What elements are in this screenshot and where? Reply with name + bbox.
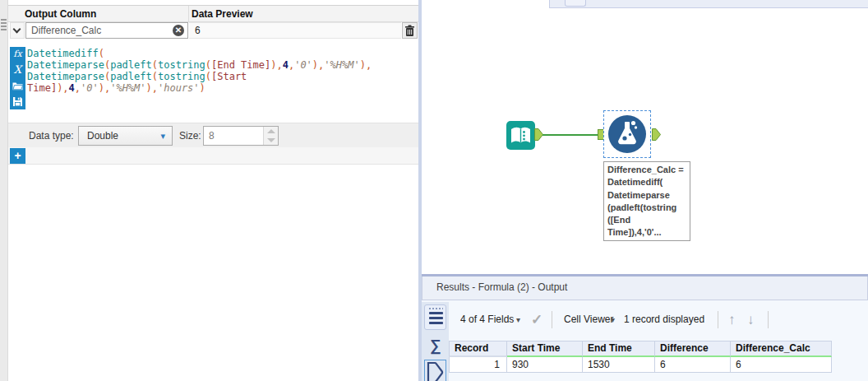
cell[interactable]: 930 bbox=[507, 357, 583, 373]
code-line: Datetimeparse(padleft(tostring([End Time… bbox=[27, 59, 412, 71]
results-title-bar: Results - Formula (2) - Output bbox=[422, 276, 868, 300]
editor-icon-column: fx X bbox=[10, 47, 25, 109]
tool-annotation[interactable]: Difference_Calc =Datetimediff(Datetimepa… bbox=[603, 161, 690, 241]
results-toolbar: 4 of 4 Fields ▾ ✓ Cell Viewer ▾ 1 record… bbox=[449, 302, 868, 337]
data-type-label: Data type: bbox=[29, 130, 74, 142]
toolbar-separator bbox=[718, 311, 718, 328]
trash-icon bbox=[404, 25, 415, 37]
spin-down-icon bbox=[267, 138, 275, 142]
data-type-row: Data type: Double ▾ Size: 8 bbox=[8, 123, 418, 147]
size-label: Size: bbox=[179, 130, 201, 142]
formula-configuration-panel: Output Column Data Preview Difference_Ca… bbox=[8, 0, 418, 381]
results-table[interactable]: RecordStart TimeEnd TimeDifferenceDiffer… bbox=[449, 341, 832, 373]
data-view-button[interactable] bbox=[424, 360, 446, 381]
record-count-label: 1 record displayed bbox=[624, 302, 704, 337]
annotation-text: Difference_Calc =Datetimediff(Datetimepa… bbox=[607, 164, 686, 239]
delete-expression-button[interactable] bbox=[402, 22, 418, 39]
column-header[interactable]: Record bbox=[449, 341, 507, 357]
code-line: Datetimediff( bbox=[27, 48, 412, 59]
spin-up-icon bbox=[267, 129, 275, 133]
scroll-down-icon[interactable]: ↓ bbox=[747, 302, 755, 337]
data-preview-header: Data Preview bbox=[192, 8, 253, 20]
add-expression-button[interactable]: + bbox=[10, 148, 25, 164]
variables-icon[interactable]: X bbox=[10, 63, 25, 78]
chevron-down-icon bbox=[13, 26, 21, 34]
connection-wire[interactable] bbox=[542, 134, 598, 136]
apply-check-icon[interactable]: ✓ bbox=[531, 302, 542, 337]
expression-editor: fx X Dat bbox=[8, 40, 418, 123]
grip-icon bbox=[1, 19, 7, 32]
recent-expressions-icon[interactable] bbox=[10, 78, 25, 94]
formula-code[interactable]: Datetimediff(Datetimeparse(padleft(tostr… bbox=[27, 48, 412, 94]
column-separator bbox=[188, 6, 189, 22]
flask-icon bbox=[608, 115, 646, 153]
toolbar-separator bbox=[552, 311, 552, 328]
column-header[interactable]: Start Time bbox=[507, 341, 583, 357]
scroll-up-icon[interactable]: ↑ bbox=[728, 302, 736, 337]
data-type-dropdown[interactable]: Double ▾ bbox=[78, 126, 173, 146]
table-header-row: RecordStart TimeEnd TimeDifferenceDiffer… bbox=[449, 341, 832, 357]
rows-icon bbox=[429, 312, 443, 314]
table-row[interactable]: 1930153066 bbox=[449, 357, 832, 373]
expression-row: Difference_Calc ✕ 6 bbox=[8, 22, 418, 39]
workflow-canvas[interactable]: Difference_Calc =Datetimediff(Datetimepa… bbox=[422, 0, 868, 274]
cell[interactable]: 1530 bbox=[583, 357, 655, 373]
save-expression-icon[interactable] bbox=[10, 94, 25, 109]
clear-field-icon[interactable]: ✕ bbox=[173, 25, 184, 36]
profile-sigma-button[interactable]: ∑ bbox=[426, 336, 446, 355]
formula-tool-output-anchor[interactable] bbox=[652, 128, 661, 141]
column-header[interactable]: Difference_Calc bbox=[731, 341, 832, 357]
column-header[interactable]: Difference bbox=[655, 341, 731, 357]
add-expression-row: + bbox=[8, 147, 418, 165]
caret-down-icon[interactable]: ▾ bbox=[516, 302, 520, 337]
data-preview-value: 6 bbox=[189, 22, 401, 39]
alteryx-designer-window: Output Column Data Preview Difference_Ca… bbox=[0, 0, 868, 381]
toolbar-separator bbox=[768, 311, 769, 328]
canvas-toolbar-button[interactable] bbox=[565, 0, 586, 7]
table-view-button[interactable] bbox=[424, 304, 446, 330]
cell[interactable]: 6 bbox=[655, 357, 731, 373]
results-body: ∑ 4 of 4 Fields ▾ ✓ Cell Viewer ▾ 1 reco… bbox=[422, 302, 868, 381]
left-collapse-rail[interactable] bbox=[0, 0, 8, 381]
code-line: Time]),4,'0'),'%H%M'),'hours') bbox=[27, 82, 412, 94]
cell[interactable]: 6 bbox=[731, 357, 832, 373]
formula-tool[interactable] bbox=[608, 115, 646, 153]
caret-down-icon[interactable]: ▾ bbox=[611, 302, 615, 337]
cell-viewer-dropdown[interactable]: Cell Viewer bbox=[564, 302, 613, 337]
canvas-toolbar-remnant bbox=[549, 0, 868, 8]
output-column-header: Output Column bbox=[25, 8, 96, 20]
results-icon-strip: ∑ bbox=[422, 302, 449, 381]
fields-dropdown[interactable]: 4 of 4 Fields bbox=[460, 302, 514, 337]
pentagon-icon bbox=[425, 360, 446, 381]
output-column-input[interactable]: Difference_Calc bbox=[25, 22, 188, 39]
input-data-tool[interactable] bbox=[506, 121, 535, 150]
code-line: Datetimeparse(padleft(tostring([Start bbox=[27, 71, 412, 82]
grip-dots-icon bbox=[429, 308, 443, 309]
size-spinner[interactable] bbox=[263, 127, 278, 145]
collapse-expression-button[interactable] bbox=[10, 22, 25, 39]
size-input[interactable]: 8 bbox=[203, 126, 279, 146]
results-panel: Results - Formula (2) - Output ∑ 4 of 4 … bbox=[422, 274, 868, 381]
cell[interactable]: 1 bbox=[449, 357, 507, 373]
functions-icon[interactable]: fx bbox=[10, 47, 25, 63]
caret-down-icon: ▾ bbox=[160, 127, 165, 145]
expression-grid-header: Output Column Data Preview bbox=[8, 6, 418, 22]
column-header[interactable]: End Time bbox=[583, 341, 655, 357]
book-icon bbox=[506, 121, 535, 150]
